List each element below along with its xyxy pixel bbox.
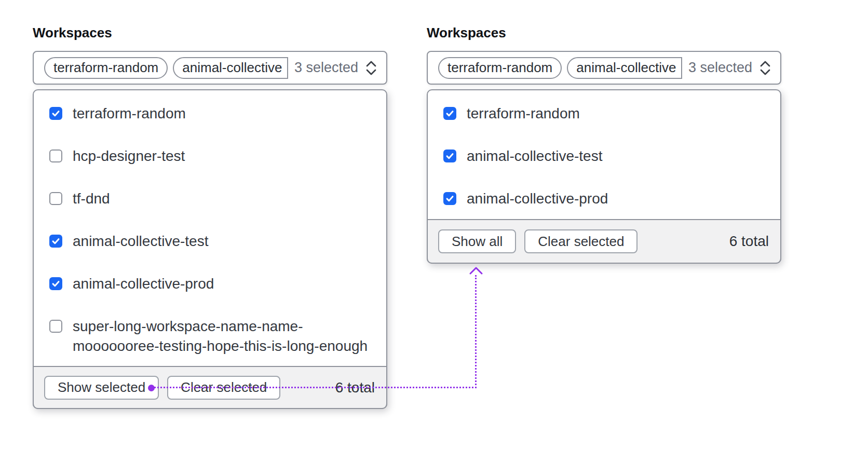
checkmark-icon (444, 108, 455, 119)
workspace-option[interactable]: terraform-random (428, 91, 780, 134)
show-selected-button[interactable]: Show selected (44, 376, 159, 400)
show-all-button[interactable]: Show all (438, 229, 516, 253)
checkmark-icon (444, 193, 455, 204)
total-count: 6 total (729, 233, 770, 250)
selected-tag-clipped: animal-collective (173, 57, 288, 79)
workspace-option-label: animal-collective-prod (467, 189, 608, 209)
selected-count: 3 selected (294, 60, 358, 76)
chevron-sort-icon (364, 59, 378, 77)
workspace-option[interactable]: animal-collective-test (34, 219, 386, 262)
selected-count: 3 selected (688, 60, 752, 76)
selected-tag-clipped: animal-collective (567, 57, 682, 79)
workspaces-label-left: Workspaces (33, 25, 112, 41)
workspace-checkbox[interactable] (49, 235, 62, 248)
multiselect-dropdown-left: terraform-random hcp-designer-test tf-dn… (33, 89, 387, 409)
annotation-dotted-line-vertical (475, 275, 477, 388)
workspace-option-list: terraform-random animal-collective-test … (428, 90, 780, 219)
chevron-sort-icon (758, 59, 772, 77)
workspace-option[interactable]: super-long-workspace-name-name-moooooore… (34, 304, 386, 366)
workspaces-label-right: Workspaces (427, 25, 506, 41)
workspace-checkbox[interactable] (49, 192, 62, 205)
multiselect-trigger-left[interactable]: terraform-random animal-collective 3 sel… (33, 51, 387, 85)
annotation-arrowhead-icon (469, 266, 483, 275)
workspace-option-label: animal-collective-test (73, 232, 208, 251)
clear-selected-button[interactable]: Clear selected (524, 229, 638, 253)
workspace-option[interactable]: terraform-random (34, 91, 386, 134)
workspace-checkbox[interactable] (443, 107, 456, 120)
workspace-option-label: terraform-random (73, 104, 186, 124)
selected-tags: terraform-random animal-collective (438, 57, 682, 79)
checkmark-icon (50, 278, 61, 289)
workspace-checkbox[interactable] (443, 192, 456, 205)
checkmark-icon (50, 108, 61, 119)
workspace-option[interactable]: animal-collective-test (428, 134, 780, 176)
workspace-option[interactable]: animal-collective-prod (34, 262, 386, 304)
selected-tag: terraform-random (44, 57, 168, 79)
workspace-checkbox[interactable] (49, 149, 62, 162)
workspace-option[interactable]: hcp-designer-test (34, 134, 386, 176)
workspace-option-label: animal-collective-test (467, 146, 602, 166)
workspace-option[interactable]: animal-collective-prod (428, 176, 780, 219)
checkmark-icon (50, 236, 61, 247)
workspace-option-label: hcp-designer-test (73, 146, 185, 166)
workspace-checkbox[interactable] (443, 149, 456, 162)
workspace-option[interactable]: tf-dnd (34, 176, 386, 219)
workspace-checkbox[interactable] (49, 107, 62, 120)
workspace-option-list: terraform-random hcp-designer-test tf-dn… (34, 90, 386, 366)
checkmark-icon (444, 151, 455, 161)
workspace-option-label: animal-collective-prod (73, 274, 214, 294)
workspace-checkbox[interactable] (49, 320, 62, 333)
multiselect-dropdown-right: terraform-random animal-collective-test … (427, 89, 781, 264)
workspace-checkbox[interactable] (49, 277, 62, 290)
workspace-option-label: tf-dnd (73, 189, 110, 209)
workspace-option-label: terraform-random (467, 104, 580, 124)
annotation-dotted-line-horizontal (152, 387, 477, 388)
dropdown-footer: Show all Clear selected 6 total (427, 219, 781, 264)
multiselect-trigger-right[interactable]: terraform-random animal-collective 3 sel… (427, 51, 781, 85)
selected-tag: terraform-random (438, 57, 562, 79)
selected-tags: terraform-random animal-collective (44, 57, 288, 79)
workspace-option-label: super-long-workspace-name-name-moooooore… (73, 317, 380, 356)
